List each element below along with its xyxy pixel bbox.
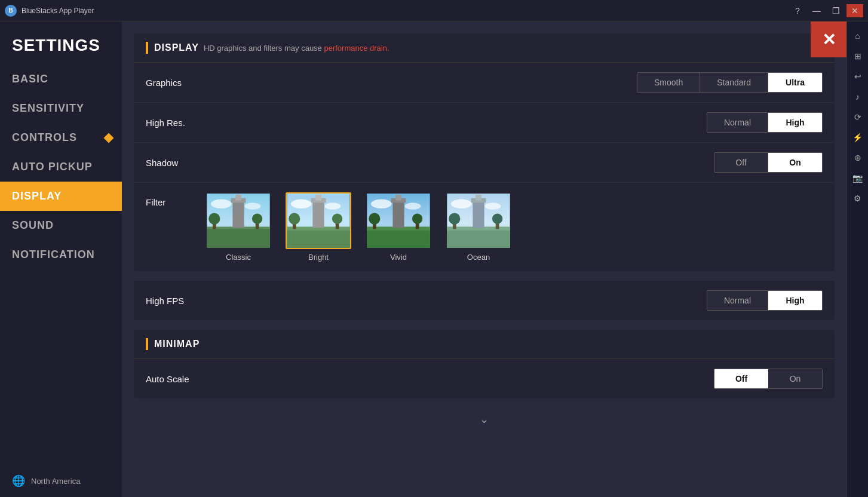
sidebar-item-sound-label: SOUND: [12, 219, 54, 232]
right-icon-volume[interactable]: ♪: [848, 87, 867, 106]
graphics-ultra-btn[interactable]: Ultra: [768, 73, 822, 92]
sidebar-item-notification[interactable]: NOTIFICATION: [0, 240, 122, 269]
app-name: BlueStacks App Player: [22, 7, 784, 15]
svg-point-30: [371, 200, 391, 208]
sidebar-title: SETTINGS: [0, 22, 122, 65]
filter-ocean-name: Ocean: [467, 253, 490, 262]
svg-rect-14: [287, 231, 349, 248]
shadow-off-btn[interactable]: Off: [714, 153, 768, 172]
sidebar-item-display-label: DISPLAY: [12, 190, 62, 203]
right-icon-back[interactable]: ↩: [848, 67, 867, 86]
svg-point-7: [245, 203, 261, 209]
svg-point-21: [289, 213, 300, 225]
highfps-row: High FPS Normal High: [134, 281, 835, 320]
right-icon-camera[interactable]: 📷: [848, 168, 867, 188]
display-warning-text: performance drain.: [324, 44, 389, 53]
filter-bright-name: Bright: [308, 253, 329, 262]
graphics-smooth-btn[interactable]: Smooth: [637, 73, 700, 92]
highfps-btn-group: Normal High: [707, 290, 823, 311]
filter-label: Filter: [146, 192, 194, 207]
graphics-btn-group: Smooth Standard Ultra: [637, 72, 823, 93]
shadow-on-btn[interactable]: On: [768, 153, 822, 172]
minimap-section: MINIMAP Auto Scale Off On: [134, 330, 835, 398]
right-icon-grid[interactable]: ⊞: [848, 47, 867, 66]
filter-ocean-item[interactable]: Ocean: [446, 192, 511, 262]
right-icon-settings2[interactable]: ⚙: [848, 189, 867, 208]
highres-normal-btn[interactable]: Normal: [707, 113, 768, 132]
autoscale-on-btn[interactable]: On: [768, 369, 822, 388]
svg-rect-2: [207, 229, 269, 248]
svg-point-33: [369, 213, 380, 225]
filter-vivid-item[interactable]: Vivid: [366, 192, 431, 262]
help-button[interactable]: ?: [789, 4, 806, 17]
highres-high-btn[interactable]: High: [768, 113, 822, 132]
right-panel: ✕ DISPLAY HD graphics and filters may ca…: [122, 22, 868, 497]
highres-label: High Res.: [146, 118, 707, 128]
svg-rect-5: [235, 195, 241, 201]
title-bar: B BlueStacks App Player ? — ❐ ✕: [0, 0, 868, 22]
filter-options: Classic: [206, 192, 511, 262]
section-bar-icon: [146, 42, 148, 54]
sidebar-item-autopickup[interactable]: AUTO PICKUP: [0, 152, 122, 182]
right-icon-home[interactable]: ⌂: [848, 26, 867, 45]
svg-rect-3: [232, 200, 244, 228]
restore-button[interactable]: ❐: [827, 4, 844, 17]
right-icon-shake[interactable]: ⚡: [848, 128, 867, 147]
svg-point-11: [252, 214, 262, 224]
svg-rect-17: [315, 195, 321, 201]
filter-vivid-thumb: [366, 192, 431, 249]
sidebar-item-sensitivity[interactable]: SENSITIVITY: [0, 94, 122, 123]
sidebar-item-controls-label: CONTROLS: [12, 131, 77, 144]
sidebar-item-basic-label: BASIC: [12, 73, 48, 85]
svg-rect-29: [395, 195, 401, 201]
svg-rect-39: [473, 200, 484, 228]
svg-point-23: [332, 214, 342, 224]
filter-ocean-thumb: [446, 192, 511, 249]
highres-row: High Res. Normal High: [134, 103, 835, 143]
minimize-button[interactable]: —: [808, 4, 825, 17]
sidebar-item-controls[interactable]: CONTROLS: [0, 123, 122, 152]
display-section-header: DISPLAY HD graphics and filters may caus…: [134, 33, 835, 63]
svg-point-9: [208, 213, 220, 225]
shadow-label: Shadow: [146, 158, 714, 168]
highfps-label: High FPS: [146, 296, 707, 306]
highres-btn-group: Normal High: [707, 112, 823, 133]
sidebar: SETTINGS BASIC SENSITIVITY CONTROLS AUTO…: [0, 22, 122, 497]
filter-bright-item[interactable]: Bright: [286, 192, 351, 262]
autoscale-row: Auto Scale Off On: [134, 359, 835, 398]
filter-classic-item[interactable]: Classic: [206, 192, 271, 262]
display-section: DISPLAY HD graphics and filters may caus…: [134, 33, 835, 271]
right-icon-bar: ⌂ ⊞ ↩ ♪ ⟳ ⚡ ⊕ 📷 ⚙: [846, 22, 868, 497]
right-icon-rotate[interactable]: ⟳: [848, 108, 867, 127]
svg-point-6: [211, 200, 231, 208]
svg-point-19: [325, 203, 341, 209]
window-controls: ? — ❐ ✕: [789, 4, 863, 17]
filter-classic-name: Classic: [226, 253, 251, 262]
shadow-row: Shadow Off On: [134, 143, 835, 183]
app-logo: B: [5, 5, 17, 17]
controls-diamond-icon: [104, 133, 114, 143]
svg-rect-38: [447, 231, 510, 248]
highfps-normal-btn[interactable]: Normal: [707, 291, 768, 310]
svg-point-31: [405, 203, 421, 209]
autoscale-off-btn[interactable]: Off: [714, 369, 768, 388]
sidebar-item-sound[interactable]: SOUND: [0, 211, 122, 240]
highfps-high-btn[interactable]: High: [768, 291, 822, 310]
svg-point-18: [291, 200, 311, 208]
svg-point-47: [492, 214, 502, 224]
right-icon-zoom[interactable]: ⊕: [848, 148, 867, 167]
sidebar-item-display[interactable]: DISPLAY: [0, 182, 122, 211]
sidebar-item-notification-label: NOTIFICATION: [12, 249, 95, 261]
display-section-title: DISPLAY: [154, 42, 199, 53]
svg-point-43: [485, 203, 501, 209]
region-label: North America: [31, 477, 80, 486]
sidebar-item-sensitivity-label: SENSITIVITY: [12, 102, 84, 115]
graphics-label: Graphics: [146, 78, 637, 88]
close-panel-button[interactable]: ✕: [811, 22, 846, 57]
close-button[interactable]: ✕: [846, 4, 863, 17]
sidebar-item-basic[interactable]: BASIC: [0, 65, 122, 94]
shadow-btn-group: Off On: [714, 152, 823, 173]
svg-point-35: [412, 214, 422, 224]
sidebar-footer: 🌐 North America: [0, 465, 122, 497]
graphics-standard-btn[interactable]: Standard: [700, 73, 768, 92]
